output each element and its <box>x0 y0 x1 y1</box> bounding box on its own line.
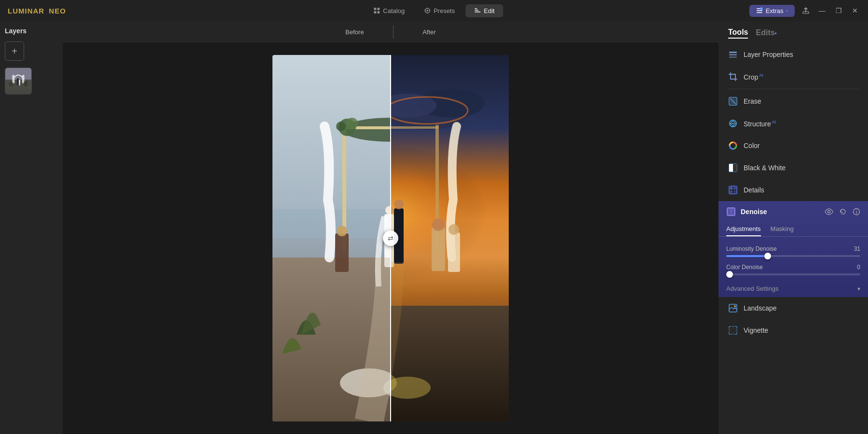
before-image <box>272 55 391 421</box>
svg-point-71 <box>432 218 445 231</box>
after-image <box>391 55 509 421</box>
svg-rect-10 <box>475 12 480 13</box>
tool-crop[interactable]: CropAI <box>719 66 868 88</box>
extras-button[interactable]: + Extras • <box>749 5 795 17</box>
layer-thumbnail[interactable] <box>5 68 32 95</box>
svg-rect-2 <box>374 11 376 14</box>
svg-rect-11 <box>475 10 478 11</box>
svg-point-110 <box>731 328 735 333</box>
app-name-neo: NEO <box>49 7 66 15</box>
denoise-tab-masking[interactable]: Masking <box>771 222 794 236</box>
svg-rect-80 <box>729 56 737 58</box>
tool-color[interactable]: Color <box>719 135 868 157</box>
nav-catalog[interactable]: Catalog <box>365 4 413 17</box>
tab-tools[interactable]: Tools <box>728 28 748 39</box>
layer-thumbnail-preview <box>5 68 31 94</box>
luminosity-denoise-fill <box>726 255 768 257</box>
svg-rect-42 <box>335 233 349 272</box>
details-icon <box>728 185 738 195</box>
denoise-icon <box>726 207 736 217</box>
svg-point-69 <box>394 200 404 209</box>
close-button[interactable]: ✕ <box>850 5 860 16</box>
presets-icon <box>424 7 431 14</box>
catalog-icon <box>373 7 380 14</box>
crop-label: CropAI <box>744 73 763 81</box>
svg-rect-12 <box>475 8 477 9</box>
color-denoise-value: 0 <box>849 264 860 271</box>
layer-properties-label: Layer Properties <box>744 51 793 58</box>
svg-text:+: + <box>760 7 762 10</box>
after-label: After <box>393 26 464 39</box>
denoise-info-button[interactable]: i <box>853 208 860 216</box>
chevron-down-icon: ▾ <box>857 285 860 292</box>
svg-point-73 <box>448 224 459 235</box>
advanced-settings-label: Advanced Settings <box>726 285 778 292</box>
luminosity-denoise-row: Luminosity Denoise 31 <box>719 242 868 260</box>
tool-structure[interactable]: StructureAI <box>719 112 868 135</box>
denoise-title: Denoise <box>741 208 820 216</box>
color-denoise-row: Color Denoise 0 <box>719 260 868 278</box>
layers-panel: Layers + <box>0 21 63 434</box>
svg-point-107 <box>734 305 736 307</box>
share-button[interactable] <box>800 5 811 16</box>
panel-tabs: Tools Edits• <box>719 21 868 43</box>
extras-icon: + <box>756 7 763 14</box>
app-logo-area: LUMINAR NEO <box>8 7 66 15</box>
luminosity-denoise-value: 31 <box>849 245 860 252</box>
denoise-visibility-toggle[interactable] <box>825 208 833 215</box>
vignette-label: Vignette <box>744 326 768 334</box>
color-denoise-label: Color Denoise <box>726 264 763 271</box>
svg-point-37 <box>336 122 346 131</box>
svg-rect-22 <box>22 75 25 83</box>
layer-properties-icon <box>728 50 738 59</box>
add-layer-button[interactable]: + <box>5 41 24 61</box>
svg-rect-14 <box>757 10 762 11</box>
title-bar-right: + Extras • — ❐ ✕ <box>749 5 860 17</box>
svg-rect-72 <box>448 232 460 272</box>
luminosity-denoise-thumb[interactable] <box>764 253 771 259</box>
color-denoise-track[interactable] <box>726 273 860 275</box>
nav-edit[interactable]: Edit <box>465 4 503 17</box>
tool-vignette[interactable]: Vignette <box>719 319 868 341</box>
after-image-svg <box>391 55 509 421</box>
structure-icon <box>728 119 738 128</box>
black-white-icon <box>728 163 738 173</box>
svg-rect-21 <box>12 75 14 83</box>
image-wrapper: ⇄ <box>272 55 509 421</box>
svg-rect-0 <box>374 8 376 10</box>
tool-details[interactable]: Details <box>719 179 868 201</box>
svg-rect-95 <box>733 187 736 190</box>
svg-rect-78 <box>729 52 737 53</box>
color-denoise-thumb[interactable] <box>726 271 733 278</box>
svg-rect-1 <box>377 8 380 10</box>
minimize-button[interactable]: — <box>817 5 827 16</box>
share-icon <box>802 7 810 14</box>
svg-rect-18 <box>803 12 809 14</box>
color-denoise-label-row: Color Denoise 0 <box>726 264 860 271</box>
tool-landscape[interactable]: Landscape <box>719 297 868 319</box>
svg-point-36 <box>346 118 358 129</box>
svg-rect-20 <box>5 68 31 80</box>
tool-layer-properties[interactable]: Layer Properties <box>719 43 868 66</box>
nav-presets[interactable]: Presets <box>415 4 463 17</box>
svg-rect-23 <box>5 86 31 94</box>
vignette-icon <box>728 326 738 335</box>
color-icon <box>728 141 738 150</box>
erase-label: Erase <box>744 97 761 105</box>
svg-rect-70 <box>432 228 445 271</box>
svg-rect-79 <box>729 54 737 55</box>
tool-black-white[interactable]: Black & White <box>719 157 868 179</box>
svg-rect-26 <box>9 82 13 87</box>
tool-erase[interactable]: Erase <box>719 90 868 112</box>
nav-tabs: Catalog Presets Edit <box>365 4 503 17</box>
denoise-tab-adjustments[interactable]: Adjustments <box>726 222 761 236</box>
advanced-settings-row[interactable]: Advanced Settings ▾ <box>719 280 868 297</box>
before-label: Before <box>316 26 393 39</box>
denoise-reset-button[interactable] <box>839 208 847 216</box>
luminosity-denoise-track[interactable] <box>726 255 860 257</box>
tab-edits[interactable]: Edits• <box>756 28 776 38</box>
maximize-button[interactable]: ❐ <box>833 5 844 16</box>
split-handle[interactable]: ⇄ <box>383 231 398 246</box>
color-label: Color <box>744 142 760 149</box>
svg-rect-24 <box>17 78 19 85</box>
